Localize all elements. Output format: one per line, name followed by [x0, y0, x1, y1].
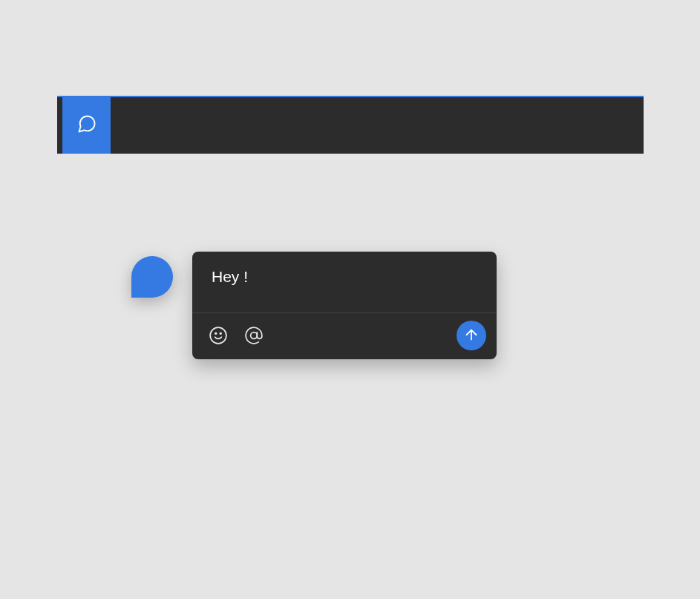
svg-point-0 [210, 327, 226, 344]
chat-tab[interactable] [62, 97, 111, 154]
mention-icon[interactable] [244, 326, 264, 345]
arrow-up-icon [463, 327, 480, 345]
comment-toolbar [192, 312, 497, 359]
svg-point-2 [220, 333, 221, 334]
comment-card: Hey ! [192, 252, 497, 359]
comment-input[interactable]: Hey ! [192, 252, 497, 312]
chat-icon [76, 114, 97, 137]
svg-point-1 [215, 333, 217, 334]
speech-bubble-icon[interactable] [131, 256, 173, 298]
emoji-icon[interactable] [209, 326, 228, 345]
top-bar [57, 96, 644, 154]
comment-popover: Hey ! [131, 252, 497, 359]
send-button[interactable] [457, 321, 486, 350]
svg-point-3 [251, 333, 258, 339]
